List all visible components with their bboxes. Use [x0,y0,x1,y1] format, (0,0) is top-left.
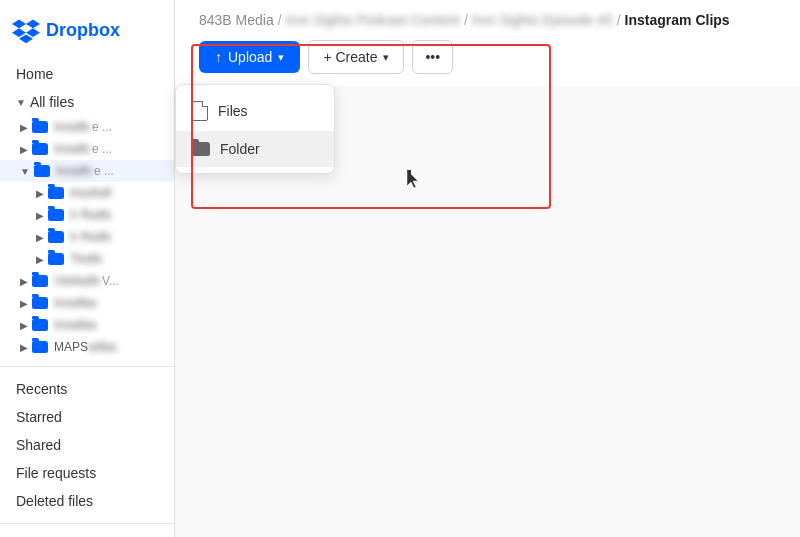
tree-item-label: Ir Rsdfs [70,208,111,222]
tree-item-ir3[interactable]: ▼ Irnsdfs e ... [0,160,174,182]
tree-item-9[interactable]: ▶ Irnsdfas [0,314,174,336]
dropbox-logo-icon [12,16,40,44]
create-chevron-icon: ▾ [383,51,389,64]
breadcrumb-iron-sights-podcast[interactable]: Iron Sights Podcast Content [286,12,460,28]
toolbar: ↑ Upload ▾ + Create ▾ ••• Files Folder [175,36,800,86]
sidebar-item-home[interactable]: Home [0,60,174,88]
tree-item-v[interactable]: ▶ Vdsfsdfs V... [0,270,174,292]
upload-chevron-icon: ▾ [278,51,284,64]
folder-icon [32,275,48,287]
chevron-icon: ▼ [16,97,26,108]
tree-item-sub3[interactable]: ▶ Ir Rsdfs [0,226,174,248]
breadcrumb-current: Instagram Clips [625,12,730,28]
tree-item-label: Vdsfsdfs [54,274,100,288]
tree-item-label-blurred: sdfas [88,340,117,354]
tree-item-suffix: e ... [94,164,114,178]
tree-item-sub1[interactable]: ▶ Inssfsdf [0,182,174,204]
folder-icon [32,341,48,353]
tree-item-label: Irnsdfs [54,120,90,134]
breadcrumb-sep-2: / [464,12,468,28]
tree-item-suffix: V... [102,274,119,288]
chevron-icon: ▶ [36,254,44,265]
tree-item-ir1[interactable]: ▶ Irnsdfs e ... [0,116,174,138]
sidebar-divider [0,366,174,367]
tree-item-label: Irnsdfs [54,142,90,156]
chevron-icon: ▶ [20,342,28,353]
tree-item-label: Ir Rsdfs [70,230,111,244]
file-icon [192,101,208,121]
breadcrumb-843b[interactable]: 843B Media [199,12,274,28]
folder-icon [48,231,64,243]
sidebar-item-file-requests[interactable]: File requests [0,459,174,487]
dropdown-item-folder[interactable]: Folder [176,131,334,167]
tree-item-ir2[interactable]: ▶ Irnsdfs e ... [0,138,174,160]
breadcrumb: 843B Media / Iron Sights Podcast Content… [175,0,800,36]
tree-item-suffix: e ... [92,120,112,134]
dropdown-folder-label: Folder [220,141,260,157]
tree-item-label: Irnsdfas [54,296,97,310]
tree-item-label: Irnsdfas [54,318,97,332]
folder-icon [48,187,64,199]
tree-item-label: Tindfs [70,252,102,266]
upload-button[interactable]: ↑ Upload ▾ [199,41,300,73]
chevron-icon: ▼ [20,166,30,177]
more-button[interactable]: ••• [412,40,453,74]
folder-icon [32,319,48,331]
chevron-icon: ▶ [20,276,28,287]
sidebar: Dropbox Home ▼ All files ▶ Irnsdfs e ...… [0,0,175,537]
sidebar-item-recents[interactable]: Recents [0,375,174,403]
upload-icon: ↑ [215,49,222,65]
tree-item-label: MAPS [54,340,88,354]
app-title: Dropbox [46,20,120,41]
chevron-icon: ▶ [36,232,44,243]
main-content: 843B Media / Iron Sights Podcast Content… [175,0,800,537]
sidebar-divider-2 [0,523,174,524]
folder-icon [48,253,64,265]
chevron-icon: ▶ [20,298,28,309]
tree-item-suffix: e ... [92,142,112,156]
tree-item-maps[interactable]: ▶ MAPS sdfas [0,336,174,358]
chevron-icon: ▶ [20,320,28,331]
tree-item-8[interactable]: ▶ Irnsdfas [0,292,174,314]
tree-item-label: Irnsdfs [56,164,92,178]
tree-item-sub2[interactable]: ▶ Ir Rsdfs [0,204,174,226]
chevron-icon: ▶ [20,122,28,133]
create-label: + Create [323,49,377,65]
folder-icon [34,165,50,177]
logo-area: Dropbox [0,12,174,60]
create-dropdown-menu: Files Folder [175,84,335,174]
tree-item-label: Inssfsdf [70,186,111,200]
tree-item-sub4[interactable]: ▶ Tindfs [0,248,174,270]
folder-icon [32,121,48,133]
sidebar-item-all-files[interactable]: ▼ All files [0,88,174,116]
breadcrumb-episode-45[interactable]: Iron Sights Episode 45 [472,12,613,28]
folder-icon [32,297,48,309]
folder-icon [32,143,48,155]
sidebar-item-shared[interactable]: Shared [0,431,174,459]
sidebar-item-deleted-files[interactable]: Deleted files [0,487,174,515]
chevron-icon: ▶ [36,188,44,199]
folder-icon [192,142,210,156]
dropdown-files-label: Files [218,103,248,119]
dropdown-item-files[interactable]: Files [176,91,334,131]
breadcrumb-sep-3: / [617,12,621,28]
sidebar-admin-section: Admin [0,532,174,537]
more-label: ••• [425,49,440,65]
create-button[interactable]: + Create ▾ [308,40,404,74]
sidebar-item-starred[interactable]: Starred [0,403,174,431]
upload-label: Upload [228,49,272,65]
chevron-icon: ▶ [20,144,28,155]
breadcrumb-sep-1: / [278,12,282,28]
folder-icon [48,209,64,221]
chevron-icon: ▶ [36,210,44,221]
